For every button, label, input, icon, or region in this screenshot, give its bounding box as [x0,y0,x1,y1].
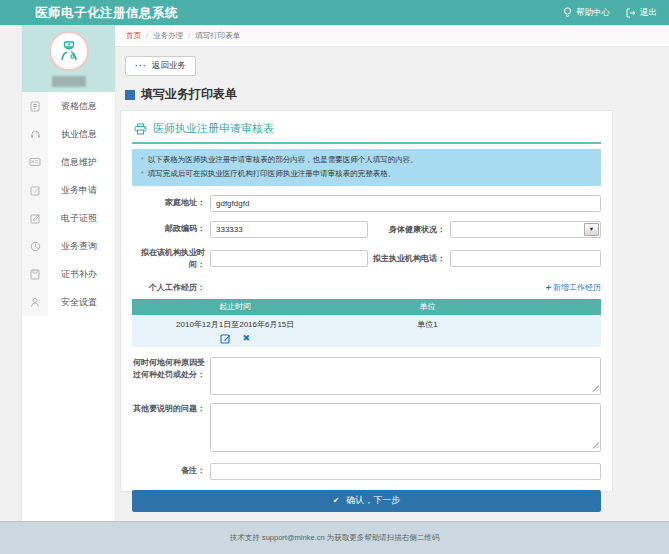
bullet-icon: * [141,167,144,180]
page-title: 填写业务打印表单 [125,86,237,103]
work-history-table: 起止时间 单位 2010年12月1日至2016年6月15日 ✖ 单位1 [132,299,601,347]
postal-code-label: 邮政编码： [132,223,210,235]
breadcrumb-business[interactable]: 业务办理 [153,31,183,41]
home-address-input[interactable] [210,195,601,212]
table-row: 2010年12月1日至2016年6月15日 ✖ 单位1 [132,315,601,347]
app-header: 医师电子化注册信息系统 帮助中心 退出 [0,0,669,25]
sidebar-item-info-maintain[interactable]: 信息维护 [22,148,115,176]
org-phone-label: 拟主执业机构电话： [368,253,450,264]
user-name-redacted [52,76,86,87]
form-panel-header: 医师执业注册申请审核表 [132,118,601,144]
delete-icon[interactable]: ✖ [242,333,250,343]
other-issues-label: 其他要说明的问题： [132,403,210,415]
unit-value: 单位1 [338,315,516,347]
sidebar-item-cert-reissue[interactable]: 证书补办 [22,260,115,288]
postal-code-input[interactable] [210,221,368,238]
sidebar-menu: 资格信息 执业信息 信息维护 业务申请 电子证照 业务查询 证书补办 安全设置 [22,92,115,316]
pie-icon [22,241,48,252]
punishment-textarea[interactable] [210,357,601,395]
health-status-select[interactable]: ▼ [450,221,601,238]
remark-label: 备注： [132,465,210,477]
logout-icon [626,8,636,18]
remark-input[interactable] [210,463,601,480]
practice-time-input[interactable] [210,250,368,267]
logout-link[interactable]: 退出 [626,7,657,19]
sidebar-item-e-license[interactable]: 电子证照 [22,204,115,232]
book-icon [22,269,48,280]
other-issues-textarea[interactable] [210,403,601,452]
license-icon [22,213,48,224]
sidebar-item-business-query[interactable]: 业务查询 [22,232,115,260]
footer: 技术支持 support@minke.cn 为获取更多帮助请扫描右侧二维码 [0,521,669,554]
practice-time-label: 拟在该机构执业时间： [132,247,210,271]
headset-icon [22,129,48,140]
breadcrumb: 首页 / 业务办理 / 填写打印表单 [115,25,669,47]
period-value: 2010年12月1日至2016年6月15日 [132,319,338,330]
punishment-label: 何时何地何种原因受过何种处罚或处分： [132,357,210,381]
sidebar-item-practice[interactable]: 执业信息 [22,120,115,148]
help-center-link[interactable]: 帮助中心 [563,7,610,19]
breadcrumb-home[interactable]: 首页 [126,31,141,41]
work-history-label: 个人工作经历： [132,282,210,294]
back-to-business-button[interactable]: ··· 返回业务 [125,56,196,76]
form-panel: 医师执业注册申请审核表 *以下表格为医师执业注册申请审核表的部分内容，也是需要医… [120,110,613,492]
sidebar-profile [22,25,115,92]
chevron-down-icon[interactable]: ▼ [584,223,599,236]
sidebar-item-business-apply[interactable]: 业务申请 [22,176,115,204]
add-work-history-link[interactable]: + 新增工作经历 [546,282,601,293]
ellipsis-icon: ··· [135,62,147,71]
org-phone-input[interactable] [450,250,601,267]
bullet-icon: * [141,153,144,166]
idcard-icon [22,157,48,167]
person-icon [22,297,48,308]
help-icon [563,7,572,18]
avatar [49,31,89,71]
printer-icon [134,123,147,135]
col-period: 起止时间 [132,299,338,315]
sidebar-item-security[interactable]: 安全设置 [22,288,115,316]
edit-icon [22,185,48,196]
sidebar: 资格信息 执业信息 信息维护 业务申请 电子证照 业务查询 证书补办 安全设置 [22,25,115,521]
confirm-next-button[interactable]: ✔ 确认，下一步 [132,490,601,512]
edit-icon[interactable] [220,333,231,344]
col-unit: 单位 [338,299,516,315]
check-icon: ✔ [333,496,340,505]
footer-text: 技术支持 support@minke.cn 为获取更多帮助请扫描右侧二维码 [230,533,439,543]
app-title: 医师电子化注册信息系统 [35,5,178,22]
doctor-icon [57,39,81,63]
info-notes: *以下表格为医师执业注册申请审核表的部分内容，也是需要医师个人填写的内容。 *填… [132,149,601,186]
breadcrumb-current: 填写打印表单 [195,31,240,41]
health-status-label: 身体健康状况： [368,224,450,235]
sidebar-item-qualification[interactable]: 资格信息 [22,92,115,120]
document-icon [22,101,48,112]
home-address-label: 家庭地址： [132,197,210,209]
plus-icon: + [546,283,551,293]
title-square-icon [125,90,135,100]
form-title: 医师执业注册申请审核表 [153,121,274,136]
